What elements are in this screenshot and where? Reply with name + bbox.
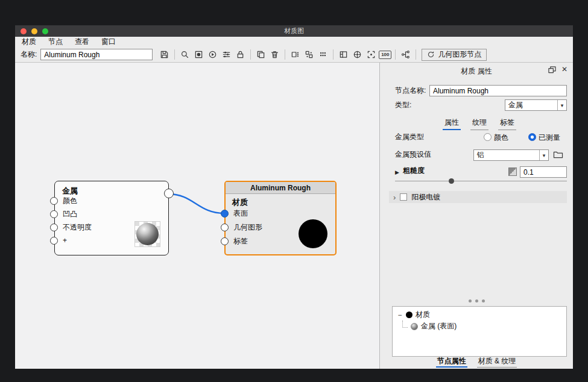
- close-panel-icon[interactable]: ✕: [561, 65, 567, 74]
- material-geometry-port[interactable]: [221, 224, 229, 231]
- material-sphere-icon: [406, 312, 413, 318]
- play-preview-icon[interactable]: [206, 48, 220, 61]
- aperture-icon[interactable]: [350, 48, 364, 61]
- metal-preset-dropdown[interactable]: 铝 ▾: [473, 149, 549, 161]
- fit-view-icon[interactable]: [364, 48, 378, 61]
- menu-view[interactable]: 查看: [75, 37, 89, 47]
- material-node-title: 材质: [226, 194, 335, 208]
- metal-preset-label: 金属预设值: [395, 149, 431, 160]
- menu-node[interactable]: 节点: [48, 37, 63, 47]
- node-name-input[interactable]: [429, 85, 567, 96]
- tree-row-metal-surface[interactable]: 金属 (表面): [393, 321, 566, 332]
- auto-layout-icon[interactable]: [337, 48, 350, 61]
- main-area: 金属 颜色 凹凸 不透明度 + Aluminum Rough 材质 表面 几何图…: [15, 63, 573, 369]
- metal-sphere-icon: [411, 323, 418, 330]
- window-title: 材质图: [15, 27, 573, 36]
- metal-color-port-label: 颜色: [63, 197, 77, 205]
- geometry-node-button[interactable]: 几何图形节点: [422, 49, 487, 61]
- tree-child-label: 金属 (表面): [421, 321, 457, 331]
- texture-slot-icon[interactable]: [508, 168, 517, 176]
- metal-bump-port-label: 凹凸: [63, 210, 77, 218]
- search-icon[interactable]: [178, 48, 192, 61]
- material-preview-icon[interactable]: [192, 48, 206, 61]
- metal-node-title: 金属: [55, 181, 168, 196]
- material-surface-port[interactable]: [221, 210, 229, 218]
- save-icon[interactable]: [157, 48, 171, 61]
- material-name-input[interactable]: [40, 49, 153, 60]
- type-dropdown[interactable]: 金属 ▾: [505, 99, 567, 111]
- roughness-slider-handle[interactable]: [449, 178, 454, 184]
- metal-color-port[interactable]: [50, 197, 58, 205]
- node-tree-icon[interactable]: [399, 48, 413, 61]
- material-surface-port-label: 表面: [233, 210, 248, 218]
- material-properties-panel: 材质 属性 ✕ 节点名称: 类型: 金属 ▾ 属性 纹理 标签 金属类型 颜色 …: [380, 63, 573, 369]
- tab-textures[interactable]: 纹理: [470, 118, 488, 130]
- anodized-checkbox[interactable]: [400, 193, 407, 201]
- material-preview-sphere: [299, 219, 327, 248]
- toolbar-separator: [250, 49, 251, 60]
- chevron-down-icon: ▾: [539, 150, 548, 160]
- tree-row-material[interactable]: − 材质: [393, 309, 566, 321]
- delete-icon[interactable]: [268, 48, 282, 61]
- roughness-slider-track[interactable]: [395, 181, 567, 181]
- zoom-100-icon[interactable]: 100: [378, 48, 392, 61]
- metal-node[interactable]: 金属 颜色 凹凸 不透明度 +: [54, 181, 169, 255]
- metal-node-preview: [134, 221, 160, 247]
- tree-root-label: 材质: [416, 310, 430, 320]
- tab-properties[interactable]: 属性: [443, 118, 461, 130]
- refresh-icon: [427, 51, 435, 58]
- copy-icon[interactable]: [254, 48, 268, 61]
- metal-type-label: 金属类型: [395, 131, 424, 143]
- zoom-window-button[interactable]: [42, 28, 48, 34]
- radio-measured-label[interactable]: 已测量: [539, 133, 560, 142]
- name-label: 名称:: [21, 49, 37, 60]
- splitter-dot: [475, 299, 478, 302]
- close-window-button[interactable]: [21, 28, 27, 34]
- tab-labels[interactable]: 标签: [498, 118, 516, 130]
- traffic-lights: [15, 28, 48, 34]
- panel-splitter-handle[interactable]: [380, 299, 573, 302]
- titlebar: 材质图: [15, 25, 573, 37]
- metal-opacity-port[interactable]: [50, 224, 58, 231]
- roughness-value-input[interactable]: [520, 166, 567, 178]
- radio-color-label[interactable]: 颜色: [494, 133, 508, 142]
- menu-window[interactable]: 窗口: [101, 37, 116, 47]
- tab-material-textures[interactable]: 材质 & 纹理: [477, 357, 517, 368]
- material-label-port-label: 标签: [233, 237, 248, 245]
- toolbar: 名称:: [15, 47, 573, 63]
- metal-opacity-port-label: 不透明度: [63, 224, 92, 231]
- metal-add-port[interactable]: [50, 237, 58, 245]
- metal-preview-sphere: [136, 223, 159, 245]
- tree-collapse-icon[interactable]: −: [397, 311, 403, 319]
- material-label-port[interactable]: [221, 237, 229, 245]
- panel-title: 材质 属性: [380, 66, 573, 77]
- roughness-expander-icon[interactable]: ▶: [395, 169, 399, 176]
- geometry-node-button-label: 几何图形节点: [438, 49, 481, 60]
- material-root-node[interactable]: Aluminum Rough 材质 表面 几何图形 标签: [224, 181, 337, 255]
- radio-color[interactable]: [484, 133, 492, 141]
- toolbar-separator: [395, 49, 396, 60]
- filter-sliders-icon[interactable]: [220, 48, 233, 61]
- panel-bottom-tabs: 节点属性 材质 & 纹理: [380, 357, 573, 368]
- roughness-label: 粗糙度: [403, 165, 425, 177]
- metal-bump-port[interactable]: [50, 210, 58, 218]
- show-node-grid-icon[interactable]: [302, 48, 316, 61]
- show-node-dots-icon[interactable]: [316, 48, 330, 61]
- anodized-section[interactable]: › 阳极电镀: [389, 191, 567, 203]
- tab-node-properties[interactable]: 节点属性: [436, 357, 467, 368]
- property-tabs: 属性 纹理 标签: [443, 118, 516, 130]
- minimize-window-button[interactable]: [31, 28, 37, 34]
- metal-output-port[interactable]: [164, 189, 174, 198]
- node-graph-canvas[interactable]: 金属 颜色 凹凸 不透明度 + Aluminum Rough 材质 表面 几何图…: [15, 63, 380, 369]
- metal-add-port-label: +: [63, 237, 67, 245]
- menu-material[interactable]: 材质: [22, 37, 36, 47]
- show-node-thumbnails-icon[interactable]: [288, 48, 302, 61]
- toolbar-separator: [174, 49, 175, 60]
- detach-panel-icon[interactable]: [548, 66, 556, 74]
- splitter-dot: [469, 299, 472, 302]
- folder-icon[interactable]: [553, 150, 563, 161]
- lock-icon[interactable]: [233, 48, 247, 61]
- material-node-header: Aluminum Rough: [226, 182, 335, 194]
- radio-measured[interactable]: [528, 133, 536, 141]
- splitter-dot: [482, 299, 485, 302]
